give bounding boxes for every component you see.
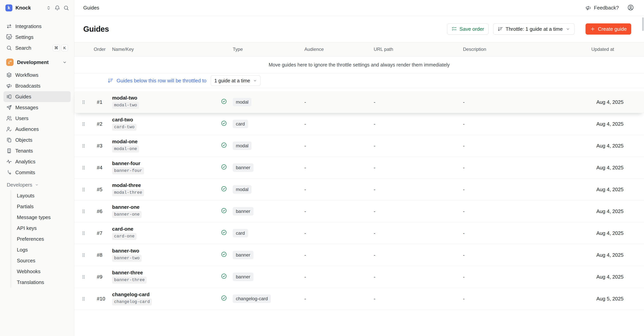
drag-handle-icon[interactable]: [82, 231, 85, 236]
guide-type-chip: modal: [233, 98, 252, 107]
status-active-check-icon: [221, 251, 227, 259]
drag-handle-icon[interactable]: [82, 209, 85, 214]
throttle-dropdown-button[interactable]: Throttle: 1 guide at a time: [493, 23, 575, 35]
sidebar-item-settings[interactable]: Settings: [4, 32, 71, 42]
sidebar-item-audiences[interactable]: Audiences: [4, 124, 71, 135]
status-active-check-icon: [221, 142, 227, 150]
sidebar-item-search[interactable]: Search⌘K: [4, 42, 71, 53]
sidebar-item-guides[interactable]: Guides: [4, 91, 71, 102]
table-row[interactable]: #5modal-threemodal-threemodal---Aug 4, 2…: [74, 179, 644, 200]
guide-name[interactable]: card-one: [112, 226, 134, 231]
sidebar-item-workflows[interactable]: Workflows: [4, 70, 71, 80]
feedback-button[interactable]: Feedback?: [585, 5, 619, 11]
guide-key-chip: modal-two: [112, 102, 139, 109]
guide-type-chip: changelog-card: [233, 294, 271, 303]
drag-handle-icon[interactable]: [82, 122, 85, 126]
guide-name[interactable]: card-two: [112, 117, 133, 122]
main-content: Guides Feedback? Guides Save order: [74, 0, 644, 336]
guide-name[interactable]: modal-one: [112, 139, 138, 144]
sidebar-item-integrations[interactable]: Integrations: [4, 21, 71, 32]
drag-handle-icon[interactable]: [82, 165, 85, 170]
sidebar-subitem-layouts[interactable]: Layouts: [11, 190, 71, 201]
updated-at-cell: Aug 4, 2025: [591, 230, 644, 236]
sidebar-item-analytics[interactable]: Analytics: [4, 156, 71, 167]
table-row[interactable]: #10changelog-cardchangelog-cardchangelog…: [74, 288, 644, 310]
sidebar-subitem-message-types[interactable]: Message types: [11, 212, 71, 223]
page-title: Guides: [83, 25, 109, 33]
drag-handle-icon[interactable]: [82, 253, 85, 258]
sidebar-main-nav: WorkflowsBroadcastsGuidesMessagesUsersAu…: [0, 70, 74, 178]
sidebar-subitem-api-keys[interactable]: API keys: [11, 223, 71, 234]
description-cell: -: [460, 186, 591, 192]
column-header: Order: [93, 47, 109, 52]
sidebar-subitem-sources[interactable]: Sources: [11, 255, 71, 266]
guide-name[interactable]: banner-two: [112, 248, 139, 253]
sidebar-subitem-translations[interactable]: Translations: [11, 277, 71, 288]
drag-handle-icon[interactable]: [82, 275, 85, 279]
sidebar-item-users[interactable]: Users: [4, 113, 71, 124]
table-row[interactable]: #2card-twocard-twocard---Aug 4, 2025: [74, 113, 644, 135]
sidebar-subitem-logs[interactable]: Logs: [11, 244, 71, 255]
guide-key-chip: banner-two: [112, 255, 142, 262]
plus-icon: [590, 26, 596, 32]
guide-type-chip: card: [233, 120, 248, 128]
guide-name[interactable]: banner-one: [112, 204, 140, 210]
table-row[interactable]: #9banner-threebanner-threebanner---Aug 4…: [74, 266, 644, 288]
app-root: k Knock IntegrationsSettingsSearch⌘K Dev…: [0, 0, 644, 336]
search-icon[interactable]: [63, 5, 69, 11]
status-active-check-icon: [221, 229, 227, 237]
workspace-switcher[interactable]: k Knock: [0, 0, 74, 16]
sidebar-item-commits[interactable]: Commits: [4, 167, 71, 178]
sidebar-item-messages[interactable]: Messages: [4, 102, 71, 113]
guide-name[interactable]: changelog-card: [112, 292, 150, 297]
drag-handle-icon[interactable]: [82, 100, 85, 105]
table-row[interactable]: #8banner-twobanner-twobanner---Aug 4, 20…: [74, 244, 644, 266]
row-order: #5: [93, 186, 109, 192]
settings-icon: [6, 34, 12, 40]
table-row[interactable]: #6banner-onebanner-onebanner---Aug 4, 20…: [74, 200, 644, 222]
sidebar-subitem-preferences[interactable]: Preferences: [11, 234, 71, 244]
sidebar-item-label: Search: [15, 45, 31, 51]
table-row[interactable]: #4banner-fourbanner-fourbanner---Aug 4, …: [74, 157, 644, 179]
save-order-button[interactable]: Save order: [447, 23, 488, 35]
drag-handle-icon[interactable]: [82, 187, 85, 192]
commit-icon: [6, 169, 12, 175]
create-guide-button[interactable]: Create guide: [586, 23, 631, 35]
bell-icon[interactable]: [54, 5, 60, 11]
audience-cell: -: [302, 208, 371, 214]
sidebar-item-objects[interactable]: Objects: [4, 135, 71, 145]
guide-name[interactable]: banner-three: [112, 270, 143, 275]
guide-type-chip: banner: [233, 207, 254, 216]
guide-name[interactable]: banner-four: [112, 161, 140, 166]
ignore-throttle-dropzone[interactable]: Move guides here to ignore the throttle …: [74, 56, 644, 73]
sidebar-item-label: Settings: [15, 34, 34, 40]
drag-handle-icon[interactable]: [82, 144, 85, 148]
audience-cell: -: [302, 143, 371, 149]
chevrons-up-down-icon[interactable]: [46, 5, 51, 11]
chevron-down-icon: [62, 60, 67, 65]
table-row[interactable]: #7card-onecard-onecard---Aug 4, 2025: [74, 222, 644, 244]
sidebar-subitem-webhooks[interactable]: Webhooks: [11, 266, 71, 277]
developers-section-toggle[interactable]: Developers: [0, 179, 74, 190]
drag-handle-icon[interactable]: [82, 296, 85, 301]
activity-icon: [6, 159, 12, 165]
url-path-cell: -: [371, 296, 460, 302]
environment-switcher[interactable]: Development: [4, 57, 71, 68]
column-header: Updated at: [591, 47, 644, 52]
table-row[interactable]: #3modal-onemodal-onemodal---Aug 4, 2025: [74, 135, 644, 157]
environment-name: Development: [17, 59, 48, 65]
sidebar-subitem-partials[interactable]: Partials: [11, 201, 71, 212]
column-header: URL path: [371, 47, 460, 52]
throttle-value-dropdown[interactable]: 1 guide at a time: [211, 75, 260, 86]
user-avatar-button[interactable]: [627, 4, 634, 11]
throttle-divider-text[interactable]: Guides below this row will be throttled …: [116, 78, 206, 84]
scrollbar-thumb[interactable]: [642, 17, 644, 31]
guide-key-chip: card-one: [112, 233, 136, 240]
users-icon: [6, 115, 12, 121]
column-header: Type: [229, 47, 302, 52]
sidebar-item-tenants[interactable]: Tenants: [4, 145, 71, 156]
sidebar-item-broadcasts[interactable]: Broadcasts: [4, 80, 71, 91]
guide-name[interactable]: modal-three: [112, 183, 141, 188]
guide-name[interactable]: modal-two: [112, 95, 137, 100]
table-row[interactable]: #1modal-twomodal-twomodal---Aug 4, 2025: [74, 91, 644, 113]
